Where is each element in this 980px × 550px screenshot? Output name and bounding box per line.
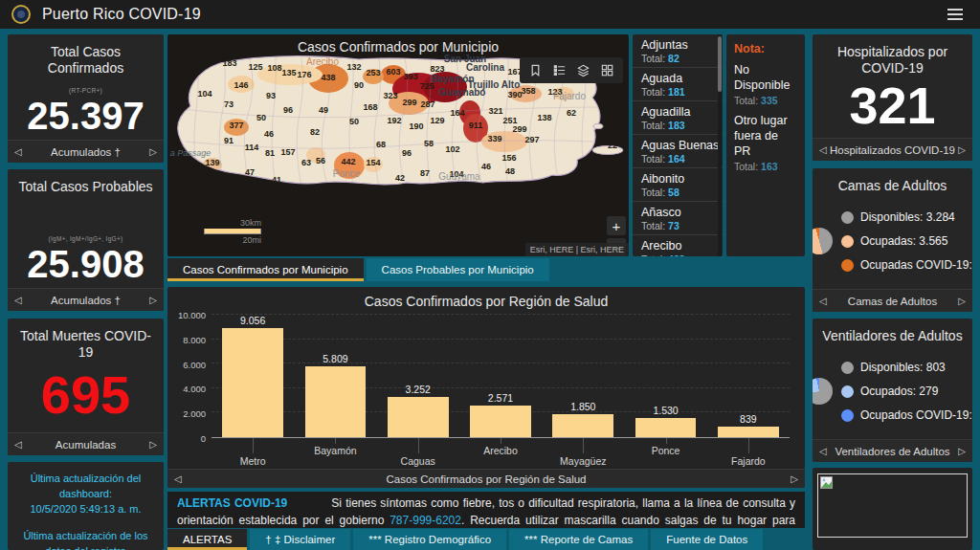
municipio-value-label: 190 [409,121,423,131]
municipio-list-item[interactable]: AguadillaTotal:183 [633,101,723,135]
x-tick-label: Mayagüez [560,455,606,467]
municipio-value-label: 183 [222,58,236,68]
panel-title: Total Casos Probables [12,179,158,195]
legend-icon[interactable] [552,63,567,77]
basemap-icon[interactable] [600,63,614,77]
bar-value-label: 1.850 [570,401,595,412]
carousel-left-arrow[interactable]: ◁ [14,296,22,305]
carousel-left-arrow[interactable]: ◁ [819,447,827,456]
culebra-island[interactable] [593,124,603,129]
panel-total-casos-confirmados: Total Casos Confirmados (RT-PCR+) 25.397… [8,34,164,163]
bar-bayamón[interactable] [305,366,367,437]
tab--registro-demogr-fico[interactable]: *** Registro Demográfico [353,529,506,550]
map-attribution: Esri, HERE | Esri, HERE [525,243,629,256]
municipio-value-label: 81 [265,148,275,158]
bar-metro[interactable] [222,328,283,437]
map-city-label: Guayama [438,171,480,182]
tab-fuente-de-datos[interactable]: Fuente de Datos [651,529,763,550]
legend-swatch [841,385,854,398]
carousel-left-arrow[interactable]: ◁ [14,147,22,157]
bar-mayagüez[interactable] [552,414,613,437]
map-city-label: Carolina [466,62,504,73]
bookmark-icon[interactable] [528,63,543,77]
hospitalized-value: 321 [849,78,935,133]
municipio-total: Total:183 [641,120,720,131]
municipio-value-label: 253 [366,68,380,77]
carousel-right-arrow[interactable]: ▷ [149,296,157,305]
legend-item: Disponibles: 3.284 [841,210,972,224]
municipio-list-item[interactable]: AibonitoTotal:58 [633,168,723,202]
municipio-value-label: 49 [319,105,328,115]
municipio-list-item[interactable]: AdjuntasTotal:82 [633,34,723,68]
bar-caguas[interactable] [388,397,449,437]
carousel-right-arrow[interactable]: ▷ [958,297,966,306]
map-casos-confirmados[interactable]: 1831251081351764381322536033938237251673… [167,34,629,256]
map-city-label: Fajardo [553,91,586,101]
chart-plot-area: 9.0565.8093.2522.5711.8501.530839 [212,315,790,438]
carousel-right-arrow[interactable]: ▷ [958,447,966,456]
map-tab-casos-confirmados-por-municipio[interactable]: Casos Confirmados por Municipio [167,258,364,281]
chart-casos-por-region: Casos Confirmados por Región de Salud 02… [167,287,805,488]
municipio-value-label: 102 [445,144,459,154]
panel-subtitle: (IgM+, IgM+/IgG+, IgG+) [48,235,122,242]
municipio-value-label: 164 [450,108,464,118]
municipio-name: Arecibo [641,239,720,253]
carousel-left-arrow[interactable]: ◁ [819,145,827,155]
panel-carousel: ◁ Camas de Adultos ▷ [813,289,972,312]
municipio-value-label: 104 [197,89,212,99]
carousel-right-arrow[interactable]: ▷ [958,145,966,155]
menu-icon[interactable] [944,5,967,24]
zoom-in-button[interactable]: + [607,216,626,235]
municipio-list-item[interactable]: AreciboTotal:438 [633,235,723,256]
municipio-value-label: 73 [224,99,234,109]
municipio-value-label: 442 [341,157,355,166]
bar-column-ponce: 1.530 [624,315,706,437]
legend-swatch [841,362,854,374]
municipio-value-label: 823 [430,64,444,74]
y-tick-label: 2.000 [183,408,206,419]
scrollbar-thumb[interactable] [718,36,722,92]
municipio-value-label: 48 [505,166,515,176]
municipio-list-item[interactable]: Aguas BuenasTotal:164 [633,135,723,168]
municipio-total-value: 58 [668,187,679,198]
bar-value-label: 3.252 [406,384,431,395]
broken-image-icon [820,476,833,489]
tab--reporte-de-camas[interactable]: *** Reporte de Camas [509,529,648,550]
x-tick [748,438,749,453]
panel-ventiladores-adultos: Ventiladores de Adultos Disponibles: 803… [813,319,972,462]
municipio-list-item[interactable]: AguadaTotal:181 [633,68,723,101]
bar-ponce[interactable] [635,418,697,437]
legend-label: Ocupadas: 3.565 [860,234,947,248]
municipio-list-item[interactable]: AñascoTotal:73 [633,202,723,235]
map-tab-casos-probables-por-municipio[interactable]: Casos Probables por Municipio [367,258,549,281]
ventiladores-pie-chart [813,378,833,405]
tab--disclaimer[interactable]: † ‡ Disclaimer [250,529,350,550]
carousel-right-arrow[interactable]: ▷ [149,147,157,157]
panel-title: Camas de Adultos [813,178,972,194]
carousel-left-arrow[interactable]: ◁ [14,440,22,450]
municipio-value-label: 157 [280,147,295,157]
municipio-value-label: 96 [402,148,412,158]
municipio-value-label: 46 [481,162,491,171]
bar-arecibo[interactable] [470,406,531,437]
nota-item-value: 335 [761,95,778,106]
alert-phone-link[interactable]: 787-999-6202 [390,514,461,527]
carousel-left-arrow[interactable]: ◁ [174,474,182,484]
bar-column-mayagüez: 1.850 [542,315,624,437]
municipio-name: Aguada [641,72,720,85]
list-scrollbar [718,34,722,256]
tab-alertas[interactable]: ALERTAS [167,529,247,550]
bar-fajardo[interactable] [718,427,779,437]
legend-label: Ocupadas COVID-19: 321 [860,258,972,272]
municipio-value-label: 911 [469,121,483,130]
carousel-right-arrow[interactable]: ▷ [149,440,157,450]
carousel-right-arrow[interactable]: ▷ [791,474,798,484]
municipio-value-label: 168 [363,102,377,112]
municipio-value-label: 603 [386,67,400,77]
alert-banner: ALERTAS COVID-19Si tienes síntomas como … [167,492,805,528]
dashboard-root: Puerto Rico COVID-19 Total Casos Confirm… [0,0,980,550]
municipio-value-label: 138 [537,113,551,122]
x-tick [501,438,501,444]
layers-icon[interactable] [576,63,590,77]
carousel-left-arrow[interactable]: ◁ [819,297,827,306]
